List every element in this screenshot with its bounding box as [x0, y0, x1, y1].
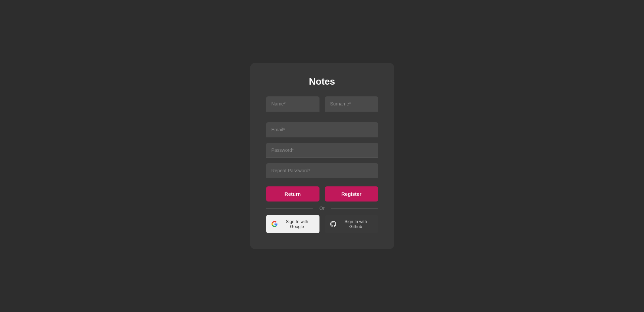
- email-input[interactable]: [266, 122, 378, 137]
- name-group: [266, 96, 319, 112]
- repeat-password-input[interactable]: [266, 163, 378, 178]
- password-input[interactable]: [266, 143, 378, 158]
- action-buttons-row: Return Register: [266, 186, 378, 202]
- name-input[interactable]: [266, 96, 319, 112]
- google-signin-button[interactable]: Sign In with Google: [266, 215, 319, 233]
- surname-input[interactable]: [325, 96, 378, 112]
- name-surname-row: [266, 96, 378, 117]
- repeat-password-group: [266, 163, 378, 178]
- github-signin-button[interactable]: Sign In with Github: [325, 215, 378, 233]
- or-divider: Or: [266, 206, 378, 211]
- github-icon: [330, 221, 336, 227]
- github-button-label: Sign In with Github: [339, 219, 373, 229]
- register-card: Notes Return Register Or: [250, 63, 394, 249]
- google-icon: [271, 221, 278, 227]
- surname-group: [325, 96, 378, 112]
- app-title: Notes: [309, 76, 335, 87]
- return-button[interactable]: Return: [266, 186, 319, 202]
- social-buttons-row: Sign In with Google Sign In with Github: [266, 215, 378, 233]
- register-button[interactable]: Register: [325, 186, 378, 202]
- password-group: [266, 143, 378, 158]
- google-button-label: Sign In with Google: [280, 219, 314, 229]
- email-group: [266, 122, 378, 137]
